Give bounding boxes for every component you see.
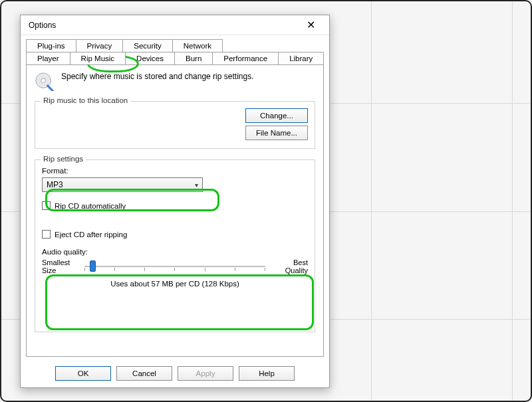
svg-point-1	[41, 78, 46, 83]
cancel-button[interactable]: Cancel	[116, 366, 172, 381]
titlebar: Options ✕	[21, 15, 329, 35]
ok-button[interactable]: OK	[55, 366, 111, 381]
help-button[interactable]: Help	[239, 366, 295, 381]
slider-thumb-icon	[90, 260, 96, 272]
eject-after-checkbox[interactable]: Eject CD after ripping	[42, 230, 308, 239]
format-value: MP3	[47, 180, 63, 189]
format-combo[interactable]: MP3 ▾	[42, 177, 203, 192]
dialog-button-row: OK Cancel Apply Help	[21, 362, 329, 387]
hint-text: Specify where music is stored and change…	[61, 72, 253, 81]
group-rip-location: Rip music to this location Change... Fil…	[35, 101, 315, 149]
rip-cd-icon	[35, 72, 55, 92]
tab-panel-rip-music: Specify where music is stored and change…	[26, 64, 324, 357]
dialog-title: Options	[29, 21, 297, 30]
tab-devices[interactable]: Devices	[125, 52, 175, 64]
apply-button[interactable]: Apply	[178, 366, 233, 381]
tab-security[interactable]: Security	[122, 39, 173, 52]
rip-auto-checkbox[interactable]: Rip CD automatically	[42, 201, 308, 210]
tab-plugins[interactable]: Plug-ins	[26, 39, 76, 52]
audio-quality-section: Audio quality: Smallest Size Best Qualit…	[42, 248, 308, 288]
slider-min-label: Smallest Size	[42, 258, 79, 274]
audio-quality-label: Audio quality:	[42, 248, 308, 256]
group-legend-settings: Rip settings	[41, 155, 86, 163]
group-legend-location: Rip music to this location	[41, 96, 130, 104]
usage-text: Uses about 57 MB per CD (128 Kbps)	[42, 280, 308, 288]
chevron-down-icon: ▾	[195, 181, 198, 189]
tab-privacy[interactable]: Privacy	[76, 39, 124, 52]
tab-burn[interactable]: Burn	[174, 52, 213, 64]
tab-network[interactable]: Network	[172, 39, 223, 52]
options-dialog: Options ✕ Plug-ins Privacy Security Netw…	[20, 15, 330, 388]
slider-max-label: Best Quality	[271, 258, 308, 274]
tab-strip: Plug-ins Privacy Security Network Player…	[21, 35, 329, 64]
group-rip-settings: Rip settings Format: MP3 ▾ Rip CD automa…	[35, 159, 315, 332]
file-name-button[interactable]: File Name...	[245, 126, 308, 140]
checkbox-icon	[42, 201, 51, 210]
tab-rip-music[interactable]: Rip Music	[70, 52, 126, 64]
change-button[interactable]: Change...	[245, 108, 308, 123]
quality-slider[interactable]	[84, 260, 265, 273]
tab-player[interactable]: Player	[26, 52, 70, 64]
close-button[interactable]: ✕	[297, 17, 324, 33]
tab-library[interactable]: Library	[278, 52, 324, 64]
tab-performance[interactable]: Performance	[212, 52, 279, 64]
checkbox-icon	[42, 230, 51, 239]
format-label: Format:	[42, 167, 308, 175]
close-icon: ✕	[307, 19, 315, 31]
